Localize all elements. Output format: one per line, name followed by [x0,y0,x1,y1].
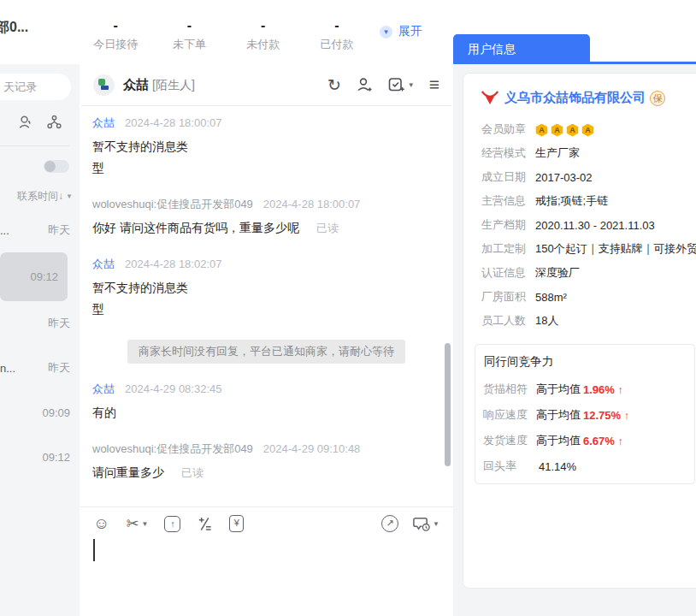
search-chat-records-input[interactable]: 天记录 [0,74,71,100]
conversation-item[interactable]: 09:12 [0,435,80,479]
sort-by-contact-time[interactable]: 联系时间↓ ▼ [17,189,73,204]
message: 众喆2024-4-28 18:00:07 暂不支持的消息类 型 [92,116,440,179]
conversation-list: ... 昨天 09:12 昨天 n... 昨天 09:09 09:12 [0,208,80,479]
stats-row: - 今日接待 - 未下单 - 未付款 - 已付款 [79,18,374,52]
field-production-schedule: 生产档期 2020.11.30 - 2021.11.03 [481,213,696,237]
message: woloveshuqi:促佳搜品开发部0492024-4-28 18:00:07… [92,197,440,239]
metric-description-match: 货描相符 高于均值 1.96% ↑ [483,376,686,402]
screenshot-icon[interactable]: ✂ ▼ [126,515,148,532]
message-sender[interactable]: 众喆 [92,258,115,270]
message-text: 暂不支持的消息类 型 [92,136,440,179]
chat-scrollbar[interactable] [445,343,451,466]
field-founded-date: 成立日期 2017-03-02 [481,165,696,189]
caret-down-icon: ▼ [433,520,439,528]
sidebar-divider [0,145,69,146]
field-business-model: 经营模式 生产厂家 [481,141,696,165]
tab-user-info[interactable]: 用户信息 [453,34,590,63]
message: 众喆2024-4-29 08:32:45 有的 [92,382,440,424]
chat-history-icon[interactable]: ▼ [412,515,439,532]
conversation-sidebar: 天记录 联系时间↓ ▼ ... 昨天 09:12 昨天 n... 昨天 [0,64,80,616]
message-sender[interactable]: 众喆 [92,382,115,395]
message-time: 2024-4-29 09:10:48 [263,442,360,455]
caret-down-icon: ▼ [142,520,149,528]
chat-panel: 众喆[陌生人] ↻ ▼ ≡ 众喆2024-4-28 18:00:07 暂不支持的… [80,64,453,616]
message: 众喆2024-4-28 18:02:07 暂不支持的消息类 型 [92,257,440,320]
expand-caret-icon: ▼ [380,26,392,38]
metric-shipping-speed: 发货速度 高于均值 6.67% ↑ [483,428,686,453]
company-info-card: 义乌市众喆饰品有限公司 保 会员勋章 AAAA 经营模式 生产厂家 成立日期 2… [463,73,696,589]
stranger-tag: [陌生人] [152,78,195,92]
stat-paid: - 已付款 [300,18,374,52]
message-input[interactable] [93,539,95,561]
adjust-price-icon[interactable] [197,516,213,532]
field-certification: 认证信息 深度验厂 [481,261,696,285]
user-info-body: 义乌市众喆饰品有限公司 保 会员勋章 AAAA 经营模式 生产厂家 成立日期 2… [453,64,696,616]
create-task-icon[interactable]: ▼ [387,76,415,93]
read-status: 已读 [316,222,339,234]
guarantee-badge: 保 [650,91,665,106]
message-text: 请问重量多少已读 [92,462,440,483]
stat-no-order: - 未下单 [152,18,226,52]
supplier-bull-icon [481,91,498,105]
medal-icons: AAAA [535,122,597,137]
conversation-item[interactable]: 昨天 [0,301,80,346]
contacts-icon[interactable] [17,114,33,130]
read-status: 已读 [181,466,203,479]
expand-button[interactable]: ▼ 展开 [380,24,422,39]
conversation-item-selected[interactable]: 09:12 [0,252,68,301]
medal-icon: A [535,124,548,137]
org-structure-icon[interactable] [46,114,62,130]
company-name-link[interactable]: 义乌市众喆饰品有限公司 [504,90,646,106]
chat-contact-name: 众喆[陌生人] [123,77,195,93]
peer-competitiveness-box: 同行间竞争力 货描相符 高于均值 1.96% ↑ 响应速度 高于均值 12.75… [475,344,695,484]
message-time: 2024-4-28 18:02:07 [125,258,221,270]
refresh-icon[interactable]: ↻ [327,77,341,93]
message-text: 你好 请问这件商品有货吗，重量多少呢已读 [92,217,440,239]
field-main-products: 主营信息 戒指;项链;手链 [481,189,696,213]
system-notice: 商家长时间没有回复，平台已通知商家，请耐心等待 [127,340,405,364]
message-sender[interactable]: woloveshuqi:促佳搜品开发部049 [92,198,253,210]
field-employee-count: 员工人数 18人 [481,309,696,333]
conversation-item[interactable]: ... 昨天 [0,208,80,252]
message-sender[interactable]: 众喆 [92,116,115,129]
conversation-item[interactable]: 09:09 [0,390,80,435]
send-file-icon[interactable]: ↑ [164,516,180,532]
metric-response-speed: 响应速度 高于均值 12.75% ↑ [483,402,686,428]
message-text: 有的 [92,402,440,424]
sort-caret-icon: ▼ [66,192,73,200]
field-member-medals: 会员勋章 AAAA [481,117,696,141]
conversation-item[interactable]: n... 昨天 [0,346,80,390]
user-info-panel: 用户信息 义乌市众喆饰品有限公司 保 会员勋章 AAAA 经营模式 生产厂家 [453,0,696,616]
medal-icon: A [581,124,594,137]
medal-icon: A [551,124,563,137]
window-title: 部0... [0,19,28,37]
message: woloveshuqi:促佳搜品开发部0492024-4-29 09:10:48… [92,441,440,483]
field-factory-area: 厂房面积 588m² [481,285,696,309]
reception-stats-header: 部0... - 今日接待 - 未下单 - 未付款 - 已付款 ▼ 展开 [0,0,453,64]
chat-header: 众喆[陌生人] ↻ ▼ ≡ [80,64,453,105]
forward-icon[interactable]: ↗ [381,515,398,532]
menu-icon[interactable]: ≡ [429,76,439,93]
message-time: 2024-4-28 18:00:07 [125,116,221,129]
message-list: 众喆2024-4-28 18:00:07 暂不支持的消息类 型 wolovesh… [80,106,453,483]
add-contact-icon[interactable] [356,76,373,93]
contact-avatar[interactable] [93,74,115,96]
message-sender[interactable]: woloveshuqi:促佳搜品开发部049 [92,442,253,455]
message-text: 暂不支持的消息类 型 [92,277,440,320]
message-time: 2024-4-28 18:00:07 [263,198,360,210]
metric-return-rate: 回头率 41.14% [483,453,686,479]
input-toolbar: ☺ ✂ ▼ ↑ ¥ ↗ ▼ [80,506,453,532]
stat-today-reception: - 今日接待 [79,18,152,52]
medal-icon: A [566,124,579,137]
field-customization: 加工定制 150个起订｜支持贴牌｜可接外贸订单 [481,237,696,261]
filter-toggle[interactable] [44,160,69,173]
message-time: 2024-4-29 08:32:45 [125,382,221,395]
caret-down-icon: ▼ [408,81,415,89]
red-envelope-icon[interactable]: ¥ [229,515,244,532]
emoji-icon[interactable]: ☺ [93,515,109,532]
stat-unpaid: - 未付款 [227,18,300,52]
